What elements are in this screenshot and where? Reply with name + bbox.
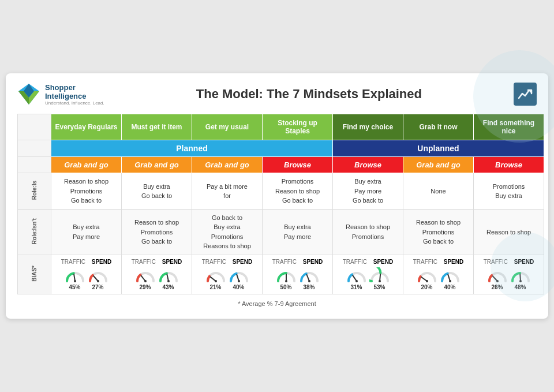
svg-point-31 [519, 280, 522, 282]
svg-point-21 [355, 280, 358, 282]
role-is-cell-6: PromotionsBuy extra [474, 173, 544, 210]
gauge-wrap: 43% [158, 267, 179, 290]
bias-cell-2: TRAFFIC SPEND21%40% [192, 255, 263, 294]
gauge-wrap: 40% [229, 267, 249, 290]
gauge-percentage: 45% [69, 284, 80, 290]
role-is-cell-3: PromotionsReason to shopGo back to [263, 173, 333, 210]
role-isnt-cell-0: Buy extraPay more [51, 209, 122, 255]
role-isnt-cell-6: Reason to shop [474, 209, 544, 255]
role-isnt-row: Role:Isn't Buy extraPay moreReason to sh… [18, 209, 544, 255]
svg-point-23 [379, 280, 381, 282]
gauge-low-icon [487, 267, 508, 283]
col-header-6: Find something nice [474, 114, 544, 140]
gauge-percentage: 21% [209, 284, 221, 290]
page-header: Shopper Intelligence Understand. Influen… [17, 83, 537, 106]
planned-cell: Planned [51, 140, 333, 157]
gauge-percentage: 20% [421, 284, 432, 290]
role-isnt-cell-3: Buy extraPay more [263, 209, 333, 255]
gauge-low-icon [299, 267, 320, 283]
mode-cell-1: Grab and go [122, 157, 192, 173]
gauge-low-icon [229, 267, 249, 283]
bias-cell-1: TRAFFIC SPEND29%43% [122, 255, 192, 294]
gauge-high-icon [276, 267, 297, 283]
gauge-low-icon [440, 267, 461, 283]
gauge-wrap: 45% [65, 267, 85, 290]
gauge-percentage: 26% [491, 284, 503, 290]
mindsets-table: Everyday RegularsMust get it itemGet my … [17, 114, 537, 294]
svg-point-7 [97, 280, 99, 282]
role-isnt-cell-5: Reason to shopPromotionsGo back to [403, 209, 474, 255]
gauge-percentage: 27% [92, 284, 103, 290]
gauge-low-icon [88, 267, 108, 283]
gauge-wrap: 50% [276, 267, 297, 290]
bias-cell-3: TRAFFIC SPEND50%38% [263, 255, 333, 294]
traffic-spend-label-3: TRAFFIC SPEND [264, 259, 331, 265]
gauge-percentage: 50% [280, 284, 291, 290]
page-title: The Model: The 7 Mindsets Explained [104, 87, 514, 102]
column-headers-row: Everyday RegularsMust get it itemGet my … [18, 114, 544, 140]
main-card: Shopper Intelligence Understand. Influen… [6, 73, 548, 319]
traffic-spend-label-2: TRAFFIC SPEND [193, 259, 261, 265]
gauge-wrap: 48% [510, 267, 531, 290]
gauge-high-icon [369, 267, 390, 283]
traffic-spend-label-6: TRAFFIC SPEND [475, 259, 542, 265]
role-is-row: Role:Is Reason to shopPromotionsGo back … [18, 173, 544, 210]
svg-point-15 [238, 280, 240, 282]
traffic-spend-label-4: TRAFFIC SPEND [334, 259, 402, 265]
gauge-wrap: 26% [487, 267, 508, 290]
mode-cell-4: Browse [333, 157, 403, 173]
col-header-5: Grab it now [403, 114, 474, 140]
svg-point-11 [167, 280, 170, 282]
svg-point-27 [449, 280, 451, 282]
role-isnt-cell-1: Reason to shopPromotionsGo back to [122, 209, 192, 255]
chart-icon [514, 83, 537, 106]
gauge-percentage: 38% [303, 284, 315, 290]
svg-point-17 [285, 280, 287, 282]
gauge-percentage: 43% [162, 284, 174, 290]
svg-point-5 [74, 280, 76, 282]
gauge-wrap: 29% [135, 267, 156, 290]
gauge-wrap: 31% [346, 267, 367, 290]
role-is-cell-2: Pay a bit morefor [192, 173, 263, 210]
mode-cell-0: Grab and go [51, 157, 122, 173]
logo-text: Shopper Intelligence Understand. Influen… [45, 83, 104, 106]
traffic-spend-label-0: TRAFFIC SPEND [53, 259, 120, 265]
gauge-wrap: 38% [299, 267, 320, 290]
role-is-cell-4: Buy extraPay moreGo back to [333, 173, 403, 210]
role-is-cell-5: None [403, 173, 474, 210]
logo-icon [17, 83, 40, 106]
svg-point-29 [496, 280, 499, 282]
gauge-percentage: 53% [373, 284, 385, 290]
gauge-percentage: 40% [233, 284, 244, 290]
mode-cell-5: Grab and go [403, 157, 474, 173]
svg-point-13 [215, 280, 217, 282]
role-isnt-cell-2: Go back toBuy extraPromotionsReasons to … [192, 209, 263, 255]
traffic-spend-label-1: TRAFFIC SPEND [123, 259, 190, 265]
unplanned-cell: Unplanned [333, 140, 544, 157]
gauge-wrap: 21% [205, 267, 226, 290]
role-isnt-cell-4: Reason to shopPromotions [333, 209, 403, 255]
col-header-1: Must get it item [122, 114, 192, 140]
role-is-cell-1: Buy extraGo back to [122, 173, 192, 210]
mode-cell-6: Browse [474, 157, 544, 173]
logo-area: Shopper Intelligence Understand. Influen… [17, 83, 104, 106]
gauge-low-icon [135, 267, 156, 283]
gauge-wrap: 40% [440, 267, 461, 290]
gauge-wrap: 53% [369, 267, 390, 290]
bias-cell-6: TRAFFIC SPEND26%48% [474, 255, 544, 294]
svg-point-19 [308, 280, 310, 282]
grab-browse-row: Grab and goGrab and goGrab and goBrowseB… [18, 157, 544, 173]
mode-cell-3: Browse [263, 157, 333, 173]
bias-row: BIAS* TRAFFIC SPEND45%27%TRAFFIC SPEND29… [18, 255, 544, 294]
gauge-percentage: 40% [444, 284, 455, 290]
bias-cell-5: TRAFFIC SPEND20%40% [403, 255, 474, 294]
svg-point-25 [426, 280, 428, 282]
gauge-wrap: 20% [417, 267, 437, 290]
bias-label: BIAS* [31, 266, 38, 282]
traffic-spend-label-5: TRAFFIC SPEND [405, 259, 472, 265]
gauge-low-icon [205, 267, 226, 283]
gauge-percentage: 31% [350, 284, 362, 290]
col-header-3: Stocking up Staples [263, 114, 333, 140]
gauge-high-icon [158, 267, 179, 283]
bias-cell-0: TRAFFIC SPEND45%27% [51, 255, 122, 294]
